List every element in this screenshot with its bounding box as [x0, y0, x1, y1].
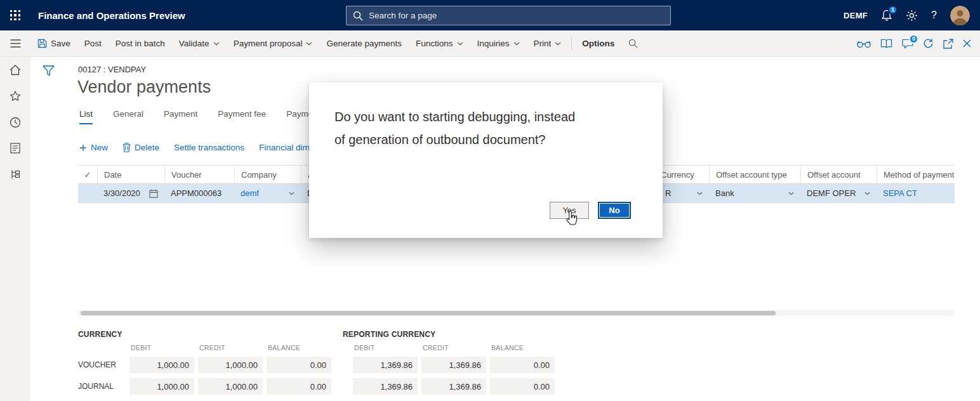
settle-transactions-link[interactable]: Settle transactions [174, 143, 244, 152]
chevron-down-icon[interactable] [864, 192, 870, 195]
save-icon [37, 39, 47, 48]
open-in-new-window-button[interactable] [943, 39, 953, 49]
tab-payment[interactable]: Payment [164, 109, 197, 124]
reporting-credit-header: CREDIT [421, 344, 486, 352]
column-header-method-of-payment[interactable]: Method of payment [877, 166, 955, 183]
plus-icon [79, 144, 87, 152]
debug-confirmation-dialog: Do you want to starting debugging, inste… [309, 82, 663, 238]
debit-header: DEBIT [129, 344, 194, 352]
no-button[interactable]: No [598, 202, 631, 219]
horizontal-scrollbar-thumb[interactable] [81, 311, 776, 315]
topbar-actions: DEMF 1 ? [844, 6, 980, 25]
row-select-checkbox[interactable] [78, 184, 97, 202]
document-icon [10, 143, 20, 154]
close-page-button[interactable] [963, 39, 971, 48]
notifications-button[interactable]: 1 [881, 10, 892, 22]
dialog-buttons: Yes No [550, 202, 631, 219]
reporting-currency-group-label: REPORTING CURRENCY [343, 330, 555, 339]
column-header-offset-account-type[interactable]: Offset account type [709, 166, 800, 183]
column-header-offset-account[interactable]: Offset account [800, 166, 877, 183]
chevron-down-icon[interactable] [697, 192, 703, 195]
app-title: Finance and Operations Preview [38, 10, 185, 21]
notification-count-badge: 1 [888, 5, 897, 15]
options-button[interactable]: Options [575, 30, 621, 56]
journal-credit-value: 1,000.00 [198, 378, 263, 395]
help-icon: ? [931, 10, 937, 21]
messages-button[interactable]: 0 [902, 39, 913, 49]
help-button[interactable]: ? [931, 10, 937, 21]
balance-header: BALANCE [267, 344, 331, 352]
nav-forms-button[interactable] [0, 135, 30, 161]
payment-proposal-menu-button[interactable]: Payment proposal [227, 30, 320, 56]
voucher-credit-value: 1,000.00 [198, 357, 263, 373]
column-header-company[interactable]: Company [234, 166, 301, 183]
post-in-batch-button[interactable]: Post in batch [109, 30, 172, 56]
column-header-voucher[interactable]: Voucher [164, 166, 234, 183]
method-of-payment-cell[interactable]: SEPA CT [877, 184, 955, 202]
date-cell[interactable]: 3/30/2020 [97, 184, 164, 202]
financial-dimensions-link[interactable]: Financial dime [259, 143, 314, 152]
generate-payments-button[interactable]: Generate payments [319, 30, 409, 56]
grid-action-bar: New Delete Settle transactions Financial… [79, 143, 314, 152]
voucher-reporting-balance-value: 0.00 [490, 357, 555, 373]
journal-reporting-credit-value: 1,369.86 [421, 378, 486, 395]
validate-menu-button[interactable]: Validate [172, 30, 227, 56]
command-search-button[interactable] [621, 30, 645, 56]
chevron-down-icon [555, 42, 561, 46]
home-icon [10, 65, 21, 76]
voucher-debit-value: 1,000.00 [129, 357, 194, 373]
chevron-down-icon[interactable] [788, 192, 794, 195]
chevron-down-icon[interactable] [289, 192, 295, 195]
tab-general[interactable]: General [113, 109, 143, 124]
nav-favorites-button[interactable] [0, 83, 30, 109]
voucher-cell: APPM000063 [164, 184, 234, 202]
filter-pane-button[interactable] [40, 63, 56, 78]
close-icon [963, 39, 971, 48]
page-title: Vendor payments [77, 77, 211, 97]
save-button[interactable]: Save [30, 30, 77, 56]
nav-home-button[interactable] [0, 57, 30, 83]
app-launcher-button[interactable] [0, 0, 30, 30]
settings-button[interactable] [906, 10, 918, 22]
delete-button[interactable]: Delete [122, 143, 159, 152]
page-search-input[interactable] [369, 11, 664, 20]
search-icon [628, 39, 638, 48]
tab-payment-fee[interactable]: Payment fee [218, 109, 266, 124]
horizontal-scrollbar[interactable] [78, 310, 955, 316]
command-bar-right-actions: 0 [857, 38, 980, 49]
nav-workspaces-button[interactable] [0, 161, 30, 187]
command-bar-items: Save Post Post in batch Validate Payment… [30, 30, 645, 56]
company-picker[interactable]: DEMF [844, 11, 868, 20]
offset-account-type-cell[interactable]: Bank [709, 184, 800, 202]
calendar-icon[interactable] [149, 189, 158, 198]
refresh-button[interactable] [923, 38, 934, 49]
post-button[interactable]: Post [77, 30, 109, 56]
select-all-checkbox[interactable]: ✓ [78, 166, 97, 183]
dialog-message: Do you want to starting debugging, inste… [334, 105, 577, 151]
journal-reporting-balance-value: 0.00 [490, 378, 555, 395]
journal-reporting-debit-value: 1,369.86 [353, 378, 418, 395]
glasses-icon [857, 40, 871, 48]
yes-button[interactable]: Yes [550, 202, 589, 219]
view-related-button[interactable] [857, 40, 871, 48]
voucher-totals-label: VOUCHER [78, 360, 126, 369]
tab-list[interactable]: List [79, 109, 93, 124]
inquiries-menu-button[interactable]: Inquiries [470, 30, 527, 56]
offset-account-cell[interactable]: DEMF OPER [800, 184, 877, 202]
functions-menu-button[interactable]: Functions [409, 30, 470, 56]
reporting-balance-header: BALANCE [490, 344, 555, 352]
new-button[interactable]: New [79, 143, 108, 152]
waffle-icon [10, 10, 21, 21]
column-header-date[interactable]: Date [97, 166, 164, 183]
nav-recent-button[interactable] [0, 109, 30, 135]
print-menu-button[interactable]: Print [527, 30, 569, 56]
open-in-office-button[interactable] [880, 39, 892, 48]
chevron-down-icon [213, 42, 220, 46]
voucher-reporting-debit-value: 1,369.86 [353, 357, 418, 373]
clock-icon [10, 117, 21, 128]
nav-menu-button[interactable] [0, 30, 30, 57]
company-cell[interactable]: demf [234, 184, 301, 202]
page-search-box[interactable] [346, 6, 671, 25]
filter-icon [43, 65, 55, 76]
user-avatar[interactable] [950, 6, 970, 25]
